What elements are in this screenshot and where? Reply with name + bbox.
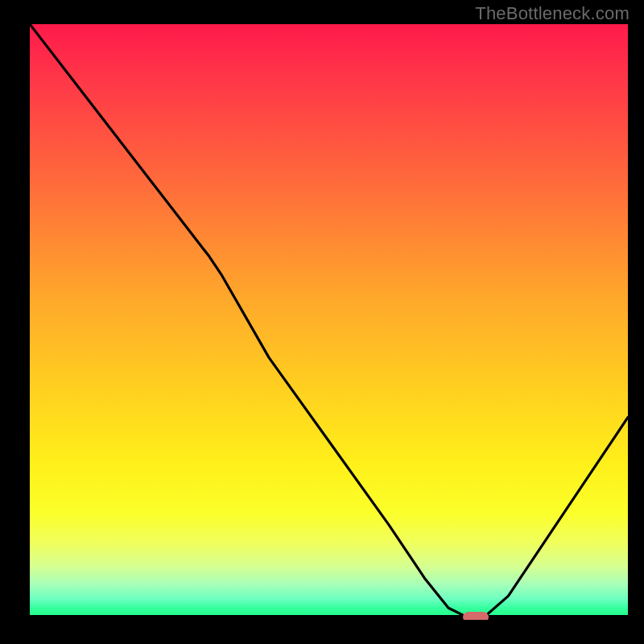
- bottleneck-curve: [30, 24, 628, 620]
- watermark-label: TheBottleneck.com: [475, 3, 630, 24]
- chart-container: TheBottleneck.com: [0, 0, 644, 644]
- optimum-marker: [463, 612, 489, 620]
- plot-area: [30, 24, 628, 620]
